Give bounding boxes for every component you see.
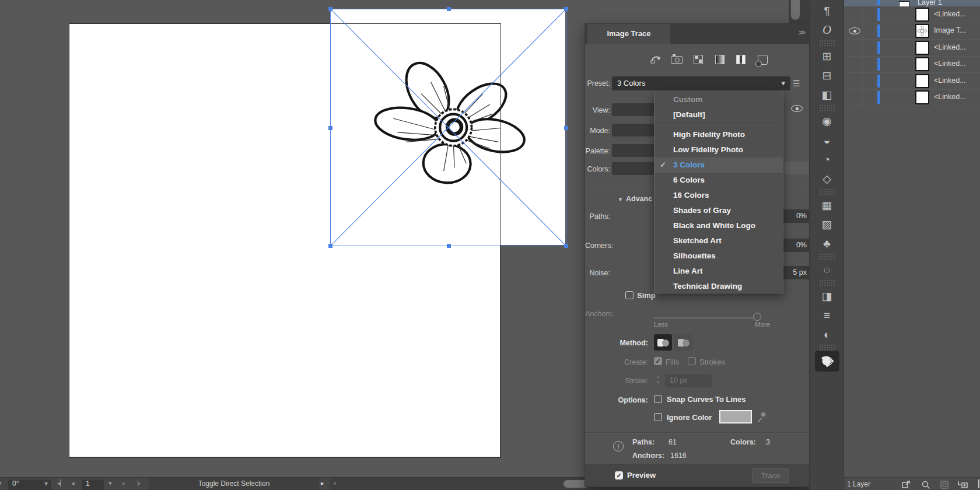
status-tool-display[interactable]: Toggle Direct Selection bbox=[149, 478, 319, 490]
appearance-panel-icon[interactable]: ◌ bbox=[810, 260, 844, 279]
mode-dropdown[interactable] bbox=[612, 124, 654, 136]
anchors-slider-knob[interactable] bbox=[753, 313, 761, 321]
handle-top-left[interactable] bbox=[328, 7, 332, 11]
colors-value-field[interactable] bbox=[785, 162, 809, 174]
preview-checkbox[interactable]: ✓ bbox=[615, 471, 623, 480]
colors-slider[interactable] bbox=[612, 162, 654, 175]
layer-thumbnail[interactable] bbox=[915, 24, 929, 38]
layer-row[interactable]: <Linked... bbox=[844, 6, 980, 23]
layer-item-name[interactable]: Image T... bbox=[934, 26, 966, 34]
layer-item-name[interactable]: <Linked... bbox=[934, 76, 966, 85]
color-guide-panel-icon[interactable]: ◒ bbox=[810, 131, 844, 150]
handle-top-center[interactable] bbox=[447, 7, 451, 11]
clipping-mask-icon[interactable] bbox=[940, 480, 949, 489]
stroke-value-field[interactable]: 10 px bbox=[665, 374, 712, 387]
visibility-eye-icon[interactable] bbox=[849, 27, 860, 34]
perspective-panel-icon[interactable]: ◇ bbox=[810, 169, 844, 188]
glyphs-o-panel-icon[interactable]: O bbox=[810, 20, 844, 40]
collapse-panel-icon[interactable]: >> bbox=[799, 29, 804, 37]
previous-artboard-button[interactable]: ◂ bbox=[71, 480, 75, 487]
handle-bottom-center[interactable] bbox=[447, 244, 451, 248]
layer-item-name[interactable]: <Linked... bbox=[934, 60, 966, 68]
layer-thumbnail[interactable] bbox=[899, 1, 909, 6]
black-and-white-icon[interactable] bbox=[733, 52, 748, 67]
preset-menu-item[interactable]: Black and White Logo bbox=[654, 218, 783, 233]
preset-menu-item[interactable]: High Fidelity Photo bbox=[654, 127, 783, 142]
preset-menu-item[interactable]: Technical Drawing bbox=[654, 279, 783, 294]
locate-object-icon[interactable] bbox=[921, 480, 930, 489]
eyedropper-icon[interactable] bbox=[757, 412, 766, 421]
preset-menu-item[interactable]: Sketched Art bbox=[654, 233, 783, 249]
brushes-panel-icon[interactable]: ▨ bbox=[810, 215, 844, 234]
view-dropdown[interactable] bbox=[612, 103, 654, 116]
anchors-slider-track[interactable] bbox=[654, 317, 760, 318]
layer-thumbnail[interactable] bbox=[915, 74, 929, 88]
layer-thumbnail[interactable] bbox=[915, 41, 929, 55]
preset-menu-item[interactable]: Silhouettes bbox=[654, 249, 783, 264]
ignore-color-swatch[interactable] bbox=[719, 410, 752, 424]
layer-thumbnail[interactable] bbox=[915, 90, 929, 104]
preset-menu-item[interactable]: Custom bbox=[654, 92, 783, 107]
fills-checkbox[interactable]: ✓ bbox=[654, 357, 662, 365]
status-play-icon[interactable]: ▸ bbox=[321, 480, 324, 487]
trace-button[interactable]: Trace bbox=[752, 468, 789, 483]
dock-grip[interactable] bbox=[818, 105, 836, 111]
handle-middle-right[interactable] bbox=[564, 126, 568, 130]
next-artboard-button[interactable]: ▸ bbox=[123, 480, 126, 487]
view-eye-icon[interactable] bbox=[791, 105, 803, 112]
outline-icon[interactable] bbox=[755, 52, 770, 67]
low-color-logo-icon[interactable] bbox=[691, 52, 706, 67]
stroke-panel-icon[interactable]: ≡ bbox=[810, 306, 844, 325]
swatches-panel-icon[interactable]: ▦ bbox=[810, 195, 844, 215]
advanced-label[interactable]: Advanc bbox=[626, 195, 652, 203]
preset-menu-item[interactable]: 16 Colors bbox=[654, 188, 783, 203]
preset-menu-item[interactable]: Low Fidelity Photo bbox=[654, 142, 783, 158]
palette-dropdown[interactable] bbox=[612, 144, 654, 157]
vertical-scrollbar-thumb[interactable] bbox=[791, 0, 800, 20]
align-panel-icon[interactable]: ⊟ bbox=[810, 66, 844, 85]
high-color-photo-icon[interactable] bbox=[669, 52, 684, 67]
color-panel-icon[interactable]: ◉ bbox=[810, 111, 844, 131]
paragraph-panel-icon[interactable]: ¶ bbox=[810, 1, 844, 20]
preset-menu-item[interactable]: [Default] bbox=[654, 107, 783, 123]
dock-grip[interactable] bbox=[818, 280, 836, 286]
layer-item-name[interactable]: <Linked... bbox=[934, 43, 966, 51]
layer-row[interactable]: <Linked... bbox=[844, 40, 980, 57]
transform-panel-icon[interactable]: ⊞ bbox=[810, 47, 844, 66]
export-icon[interactable] bbox=[901, 480, 911, 489]
panel-menu-icon[interactable]: ☰ bbox=[793, 79, 806, 88]
handle-top-right[interactable] bbox=[564, 7, 568, 11]
new-sublayer-icon[interactable] bbox=[957, 480, 968, 489]
snap-curves-checkbox[interactable] bbox=[654, 395, 662, 403]
transparency-panel-icon[interactable]: ◐ bbox=[810, 325, 844, 344]
layer-row-layer1[interactable]: Layer 1 bbox=[844, 0, 980, 6]
auto-color-icon[interactable] bbox=[648, 52, 663, 67]
vertical-scrollbar[interactable] bbox=[789, 0, 810, 23]
layer-item-name[interactable]: <Linked... bbox=[934, 93, 966, 101]
advanced-disclosure-icon[interactable]: ▼ bbox=[618, 197, 623, 202]
simplify-checkbox[interactable] bbox=[625, 291, 634, 299]
gradient-panel-icon[interactable]: ◨ bbox=[810, 286, 844, 306]
preset-menu-item[interactable]: Shades of Gray bbox=[654, 203, 783, 218]
selection-bounding-box[interactable] bbox=[330, 9, 566, 246]
ignore-color-checkbox[interactable] bbox=[654, 413, 662, 421]
last-artboard-button[interactable]: ▕▸ bbox=[133, 480, 141, 487]
layer-row[interactable]: Image T... bbox=[844, 23, 980, 40]
artboard-number-field[interactable]: 1 bbox=[82, 480, 104, 490]
symbols-panel-icon[interactable]: ♣ bbox=[810, 234, 844, 253]
method-overlapping-button[interactable] bbox=[674, 334, 692, 351]
handle-bottom-left[interactable] bbox=[328, 244, 332, 248]
dock-grip[interactable] bbox=[818, 254, 836, 260]
gradient-annotator-panel-icon[interactable]: ◔ bbox=[810, 150, 844, 169]
preset-menu-item[interactable]: 6 Colors bbox=[654, 173, 783, 188]
dock-grip[interactable] bbox=[818, 189, 836, 195]
scroll-left-icon[interactable]: ‹ bbox=[334, 479, 336, 487]
layer-name[interactable]: Layer 1 bbox=[918, 0, 942, 6]
dock-grip[interactable] bbox=[818, 40, 836, 46]
strokes-checkbox[interactable] bbox=[688, 357, 696, 365]
rotation-dropdown[interactable]: 0° ▾ bbox=[8, 480, 51, 490]
first-artboard-button[interactable]: ◂▏ bbox=[57, 480, 65, 487]
preset-menu-item[interactable]: Line Art bbox=[654, 264, 783, 279]
layer-thumbnail[interactable] bbox=[915, 8, 929, 22]
new-layer-icon[interactable] bbox=[978, 480, 979, 488]
